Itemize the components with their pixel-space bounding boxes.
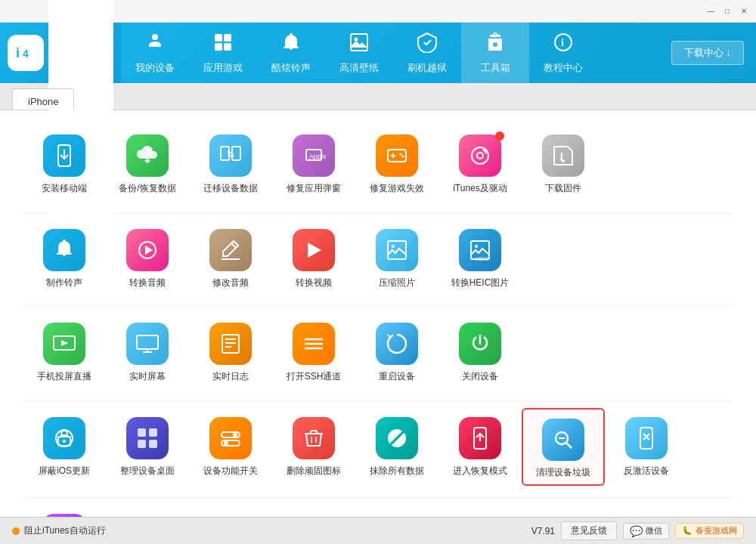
svg-point-20 <box>400 153 402 156</box>
svg-rect-53 <box>138 440 146 448</box>
tool-icon-backup-restore <box>126 134 169 177</box>
feedback-button[interactable]: 意见反馈 <box>561 521 617 540</box>
tool-item-fix-game[interactable]: 修复游戏失效 <box>355 125 438 201</box>
sponsor-badge[interactable]: 🐛 春蚕游戏网 <box>675 523 744 539</box>
svg-rect-3 <box>224 34 231 42</box>
svg-rect-14 <box>232 147 240 160</box>
svg-point-21 <box>402 156 404 158</box>
tool-item-ssh-tunnel[interactable]: 打开SSH通道 <box>272 314 355 389</box>
tool-item-clean-junk[interactable]: 清理设备垃圾 <box>522 408 605 487</box>
tool-label-make-ringtone: 制作铃声 <box>46 277 82 289</box>
nav-item-jailbreak[interactable]: 刷机越狱 <box>393 23 461 83</box>
tool-item-convert-audio[interactable]: 转换音频 <box>106 220 189 295</box>
download-center-button[interactable]: 下载中心 ↓ <box>671 41 744 65</box>
tool-item-make-ringtone[interactable]: 制作铃声 <box>23 220 106 295</box>
tool-label-wipe-data: 抹除所有数据 <box>370 465 424 478</box>
tool-item-real-screen[interactable]: 实时屏幕 <box>106 314 189 389</box>
tool-section-section-1: 安装移动端备份/恢复数据迁移设备数据Apple ID修复应用弹窗修复游戏失效iT… <box>23 125 733 214</box>
tool-icon-recovery-mode <box>459 417 501 459</box>
tool-label-clean-junk: 清理设备垃圾 <box>536 467 590 479</box>
minimize-button[interactable]: — <box>705 5 717 17</box>
nav-label-apps-games: 应用游戏 <box>203 61 243 75</box>
tool-label-func-switch: 设备功能开关 <box>203 465 258 478</box>
tool-item-real-log[interactable]: 实时日志 <box>189 314 272 389</box>
tool-item-wipe-data[interactable]: 抹除所有数据 <box>355 408 438 487</box>
main-content: 安装移动端备份/恢复数据迁移设备数据Apple ID修复应用弹窗修复游戏失效iT… <box>0 110 756 517</box>
tool-icon-convert-video <box>293 229 335 271</box>
wechat-button[interactable]: 💬 微信 <box>623 523 669 539</box>
svg-rect-6 <box>351 34 367 51</box>
svg-point-22 <box>472 147 488 164</box>
tool-item-backup-restore[interactable]: 备份/恢复数据 <box>106 125 189 201</box>
svg-point-56 <box>233 432 237 437</box>
tool-item-power-off[interactable]: 关闭设备 <box>438 314 522 389</box>
tool-item-func-switch[interactable]: 设备功能开关 <box>189 408 272 487</box>
tool-icon-fix-popup: Apple ID <box>293 134 335 177</box>
tool-item-reboot[interactable]: 重启设备 <box>355 314 438 389</box>
tool-item-organize-desktop[interactable]: 整理设备桌面 <box>106 408 189 487</box>
tool-label-install-app: 安装移动端 <box>42 183 87 195</box>
tool-section-section-4: 屏蔽iOS更新整理设备桌面设备功能开关删除顽固图标抹除所有数据进入恢复模式清理设… <box>23 408 733 499</box>
tool-label-itunes-driver: iTunes及驱动 <box>453 183 507 195</box>
tool-label-convert-audio: 转换音频 <box>129 277 166 289</box>
svg-rect-67 <box>640 428 652 449</box>
nav-icon-ringtones <box>280 32 302 58</box>
nav-label-jailbreak: 刷机越狱 <box>407 61 447 75</box>
tool-icon-migrate-data <box>209 134 252 177</box>
maximize-button[interactable]: □ <box>721 5 733 17</box>
svg-text:Apple ID: Apple ID <box>309 153 326 160</box>
tool-item-deactivate[interactable]: 反激活设备 <box>605 408 688 487</box>
tool-label-block-update: 屏蔽iOS更新 <box>39 465 90 478</box>
tool-label-ssh-tunnel: 打开SSH通道 <box>287 371 342 383</box>
nav-item-wallpaper[interactable]: 高清壁纸 <box>325 23 393 83</box>
tool-item-itunes-driver[interactable]: iTunes及驱动 <box>438 125 522 201</box>
version-text: V7.91 <box>531 526 555 536</box>
tool-label-deactivate: 反激活设备 <box>624 465 669 478</box>
status-text: 阻止iTunes自动运行 <box>24 524 106 537</box>
tool-item-delete-stubborn[interactable]: 删除顽固图标 <box>272 408 355 487</box>
nav-icon-my-device <box>144 32 166 58</box>
nav-icon-wallpaper <box>349 32 370 58</box>
svg-text:i: i <box>561 37 564 48</box>
nav-item-apps-games[interactable]: 应用游戏 <box>189 23 257 83</box>
tool-icon-download-firmware <box>542 134 584 177</box>
tool-item-migrate-data[interactable]: 迁移设备数据 <box>189 125 272 201</box>
nav-label-tutorial: 教程中心 <box>544 61 583 75</box>
tool-item-download-firmware[interactable]: 下载固件 <box>522 125 605 201</box>
nav-item-my-device[interactable]: 我的设备 <box>121 23 189 83</box>
tool-label-power-off: 关闭设备 <box>462 371 498 383</box>
tool-item-compress-photo[interactable]: 压缩照片 <box>355 220 438 295</box>
tool-item-block-update[interactable]: 屏蔽iOS更新 <box>23 408 106 487</box>
svg-rect-52 <box>149 428 157 437</box>
tool-item-convert-heic[interactable]: HEIC转换HEIC图片 <box>438 220 522 295</box>
nav-item-toolbox[interactable]: 工具箱 <box>461 23 529 83</box>
tool-item-access-limit[interactable]: 访问限制 <box>23 505 106 517</box>
nav-item-ringtones[interactable]: 酷炫铃声 <box>257 23 325 83</box>
tool-item-fix-popup[interactable]: Apple ID修复应用弹窗 <box>272 125 355 201</box>
tool-label-real-log: 实时日志 <box>212 371 249 383</box>
tool-icon-install-app <box>43 134 85 177</box>
tool-section-section-2: 制作铃声转换音频修改音频转换视频压缩照片HEIC转换HEIC图片 <box>23 220 733 308</box>
svg-point-7 <box>355 37 358 41</box>
tool-item-install-app[interactable]: 安装移动端 <box>23 125 106 201</box>
tool-icon-organize-desktop <box>126 417 169 459</box>
close-button[interactable]: ✕ <box>738 5 750 17</box>
tool-item-convert-video[interactable]: 转换视频 <box>272 220 355 295</box>
nav-icon-tutorial: i <box>553 32 574 58</box>
svg-line-65 <box>566 443 572 448</box>
notification-badge-itunes-driver <box>495 131 504 141</box>
tool-icon-power-off <box>459 323 501 365</box>
svg-point-50 <box>63 440 66 443</box>
tool-item-recovery-mode[interactable]: 进入恢复模式 <box>438 408 522 487</box>
svg-line-27 <box>231 243 236 248</box>
nav-item-tutorial[interactable]: i 教程中心 <box>529 23 597 83</box>
svg-point-58 <box>224 440 228 445</box>
iphone-tab[interactable]: iPhone <box>12 88 74 110</box>
nav-label-toolbox: 工具箱 <box>481 61 510 75</box>
tool-item-screen-cast[interactable]: 手机投屏直播 <box>23 314 106 389</box>
svg-point-23 <box>477 153 483 159</box>
svg-text:i: i <box>16 45 20 60</box>
logo-icon: i 4 <box>8 35 44 71</box>
tool-icon-ssh-tunnel <box>293 323 335 365</box>
tool-item-edit-audio[interactable]: 修改音频 <box>189 220 272 295</box>
